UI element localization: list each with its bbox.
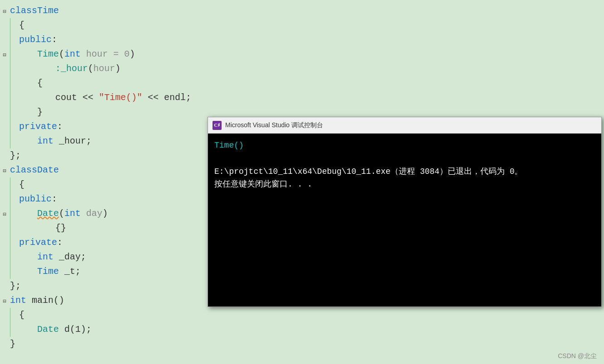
code-token: :_hour bbox=[55, 62, 88, 76]
collapse-icon-15[interactable]: ⊟ bbox=[0, 210, 9, 219]
code-line-6: { bbox=[0, 76, 604, 91]
code-token: ) bbox=[115, 62, 121, 76]
code-token: _day; bbox=[53, 250, 86, 264]
code-token: Date bbox=[37, 163, 59, 177]
vert-line bbox=[10, 235, 19, 250]
code-token: : bbox=[57, 235, 63, 250]
code-token: Date bbox=[37, 322, 59, 337]
code-token: { bbox=[19, 18, 24, 33]
code-token: _t; bbox=[59, 264, 81, 279]
code-token: d(1); bbox=[59, 322, 92, 337]
code-token: int bbox=[37, 134, 53, 148]
vert-line bbox=[10, 120, 19, 134]
console-output-4: 按任意键关闭此窗口. . . bbox=[214, 178, 595, 191]
console-output-2 bbox=[214, 152, 595, 165]
vert-line bbox=[10, 264, 19, 279]
code-token: : bbox=[52, 192, 57, 206]
code-line-2: { bbox=[0, 18, 604, 33]
code-line-22: { bbox=[0, 308, 604, 322]
console-app-icon: C♯ bbox=[213, 121, 222, 130]
code-token: hour bbox=[93, 62, 115, 76]
vert-line bbox=[10, 192, 19, 206]
code-token: int bbox=[37, 250, 53, 264]
code-token: ( bbox=[88, 62, 93, 76]
code-token: hour = 0 bbox=[81, 47, 130, 62]
console-output-3: E:\projtct\10_11\x64\Debug\10_11.exe（进程 … bbox=[214, 165, 595, 178]
vert-line bbox=[10, 177, 19, 192]
code-token: { bbox=[19, 177, 24, 192]
code-token: }; bbox=[10, 279, 21, 293]
vert-line bbox=[10, 322, 19, 337]
code-line-3: public : bbox=[0, 33, 604, 47]
code-token: { bbox=[37, 76, 43, 91]
console-body: Time() E:\projtct\10_11\x64\Debug\10_11.… bbox=[208, 134, 601, 307]
code-token: main() bbox=[26, 293, 64, 308]
code-token: ( bbox=[59, 206, 64, 221]
code-token: private bbox=[19, 235, 57, 250]
code-token: class bbox=[10, 4, 37, 18]
code-line-23: Date d(1); bbox=[0, 322, 604, 337]
console-output-1: Time() bbox=[214, 139, 595, 152]
code-token: "Time()" bbox=[99, 91, 142, 105]
collapse-icon-12[interactable]: ⊟ bbox=[0, 167, 9, 176]
vert-line bbox=[10, 308, 19, 322]
code-token: } bbox=[37, 105, 43, 120]
code-token: int bbox=[10, 293, 26, 308]
code-token: } bbox=[10, 337, 15, 351]
code-token: << bbox=[77, 91, 99, 105]
code-token: : bbox=[52, 33, 57, 47]
code-token: : bbox=[57, 120, 63, 134]
console-titlebar: C♯ Microsoft Visual Studio 调试控制台 bbox=[208, 117, 601, 134]
vert-line bbox=[10, 76, 19, 91]
collapse-icon-1[interactable]: ⊟ bbox=[0, 7, 9, 16]
vert-line bbox=[10, 47, 19, 62]
console-window[interactable]: C♯ Microsoft Visual Studio 调试控制台 Time() … bbox=[208, 117, 602, 307]
collapse-icon-21[interactable]: ⊟ bbox=[0, 297, 9, 306]
code-token: Date bbox=[37, 206, 59, 221]
vert-line bbox=[10, 18, 19, 33]
code-token: << endl; bbox=[142, 91, 191, 105]
code-token: int bbox=[64, 47, 81, 62]
code-token: public bbox=[19, 33, 52, 47]
code-token: Time bbox=[37, 47, 59, 62]
vert-line bbox=[10, 250, 19, 264]
code-line-5: :_hour ( hour ) bbox=[0, 62, 604, 76]
code-line-1: ⊟ class Time bbox=[0, 4, 604, 18]
vert-line bbox=[10, 62, 19, 76]
vert-line bbox=[10, 33, 19, 47]
code-token: { bbox=[19, 308, 24, 322]
code-token: day bbox=[81, 206, 102, 221]
code-token: Time bbox=[37, 264, 59, 279]
watermark: CSDN @北尘 bbox=[558, 352, 597, 360]
vert-line bbox=[10, 91, 19, 105]
console-title: Microsoft Visual Studio 调试控制台 bbox=[225, 121, 323, 129]
collapse-icon-4[interactable]: ⊟ bbox=[0, 51, 9, 60]
code-token: cout bbox=[55, 91, 77, 105]
code-token: ( bbox=[59, 47, 64, 62]
code-token: private bbox=[19, 120, 57, 134]
code-token: }; bbox=[10, 148, 21, 163]
code-token: public bbox=[19, 192, 52, 206]
code-line-4: ⊟ Time ( int hour = 0 ) bbox=[0, 47, 604, 62]
vert-line bbox=[10, 134, 19, 148]
vert-line bbox=[10, 221, 19, 235]
code-token: ) bbox=[102, 206, 108, 221]
vert-line bbox=[10, 105, 19, 120]
code-token: {} bbox=[55, 221, 66, 235]
vert-line bbox=[10, 206, 19, 221]
code-token: int bbox=[64, 206, 81, 221]
code-token: Time bbox=[37, 4, 59, 18]
code-line-24: } bbox=[0, 337, 604, 351]
code-token: class bbox=[10, 163, 37, 177]
code-token: _hour; bbox=[53, 134, 92, 148]
code-line-7: cout << "Time()" << endl; bbox=[0, 91, 604, 105]
code-token: ) bbox=[130, 47, 135, 62]
